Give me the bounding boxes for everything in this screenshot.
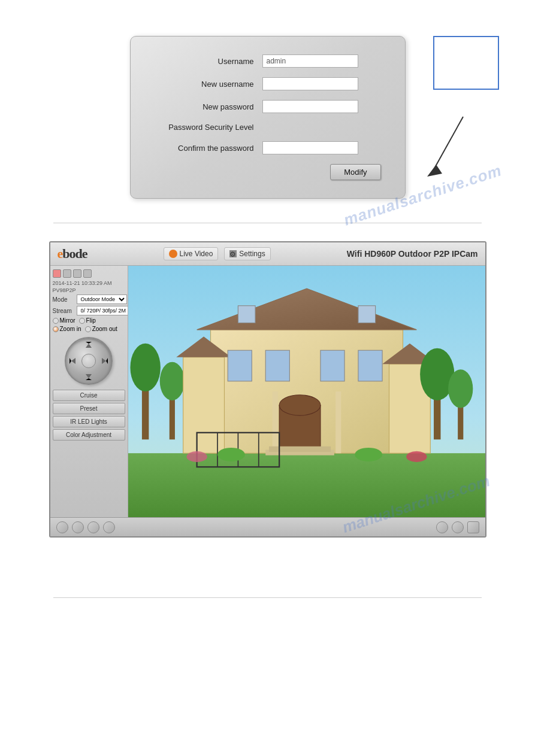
svg-rect-10 <box>183 357 224 453</box>
svg-point-7 <box>159 362 184 400</box>
callout-arrow <box>415 111 475 183</box>
confirm-password-row: Confirm the password <box>149 141 381 154</box>
ipcam-content: 2014-11-21 10:33:29 AM PV98P2P Mode Outd… <box>50 266 485 517</box>
audio-btn[interactable] <box>436 521 448 533</box>
ipcam-product-name: Wifi HD960P Outdoor P2P IPCam <box>347 249 478 259</box>
ptz-center-btn[interactable] <box>81 354 96 368</box>
volume-btn[interactable] <box>452 521 464 533</box>
form-dialog: Username New username New password Passw… <box>130 36 406 199</box>
password-security-label: Password Security Level <box>149 123 262 132</box>
zoom-in-radio[interactable]: Zoom in <box>53 326 81 332</box>
new-password-label: New password <box>149 102 262 111</box>
section-divider-bottom <box>53 597 481 598</box>
zoom-out-label: Zoom out <box>92 326 117 332</box>
svg-rect-16 <box>320 350 344 381</box>
stream-row: Stream 0/ 720P/ 30fps/ 2M <box>53 306 125 315</box>
confirm-password-label: Confirm the password <box>149 144 262 153</box>
live-video-label: Live Video <box>180 250 213 258</box>
ptz-right-arrow[interactable] <box>102 358 108 364</box>
username-input[interactable] <box>262 54 358 68</box>
top-section: Username New username New password Passw… <box>0 0 535 223</box>
svg-rect-19 <box>358 306 375 323</box>
window-controls <box>53 269 125 278</box>
section-divider-top <box>53 223 481 223</box>
callout-box <box>433 36 499 90</box>
mirror-radio[interactable]: Mirror <box>53 317 75 324</box>
svg-point-33 <box>448 369 473 408</box>
ipcam-bottom-controls <box>50 517 485 536</box>
logo-e: e <box>58 246 63 261</box>
mode-label: Mode <box>53 296 74 303</box>
svg-point-34 <box>217 448 245 462</box>
svg-point-5 <box>130 344 160 391</box>
win-grid2-btn[interactable] <box>83 269 92 278</box>
ipcam-titlebar: ebode Live Video ⚙ Settings Wifi HD960P … <box>50 242 485 266</box>
svg-rect-23 <box>335 391 341 453</box>
svg-point-37 <box>186 451 207 462</box>
mirror-label: Mirror <box>60 317 75 324</box>
flip-radio[interactable]: Flip <box>79 317 96 324</box>
ipcam-window: ebode Live Video ⚙ Settings Wifi HD960P … <box>49 241 486 538</box>
svg-point-36 <box>406 451 427 462</box>
ipcam-sidebar: 2014-11-21 10:33:29 AM PV98P2P Mode Outd… <box>50 266 128 517</box>
device-id: PV98P2P <box>53 287 125 293</box>
svg-rect-25 <box>268 447 330 452</box>
record-btn[interactable] <box>87 521 99 533</box>
bottom-controls-left <box>56 521 115 533</box>
svg-rect-22 <box>272 391 277 453</box>
new-username-input[interactable] <box>262 77 358 90</box>
svg-rect-3 <box>128 453 485 517</box>
modify-button[interactable]: Modify <box>330 164 380 180</box>
mirror-flip-row: Mirror Flip <box>53 317 125 324</box>
zoom-row: Zoom in Zoom out <box>53 326 125 332</box>
live-video-icon <box>169 250 177 258</box>
flip-radio-dot <box>79 318 85 324</box>
timestamp: 2014-11-21 10:33:29 AM <box>53 280 125 286</box>
svg-rect-17 <box>358 350 382 381</box>
username-label: Username <box>149 57 262 66</box>
color-adjustment-button[interactable]: Color Adjustment <box>53 429 125 441</box>
ptz-wheel[interactable] <box>65 337 113 385</box>
live-video-btn[interactable]: Live Video <box>164 247 219 260</box>
svg-line-0 <box>433 117 463 171</box>
new-username-row: New username <box>149 77 381 90</box>
video-scene-svg <box>128 266 485 517</box>
ptz-left-arrow[interactable] <box>69 358 75 364</box>
snapshot-btn[interactable] <box>103 521 115 533</box>
win-grid1-btn[interactable] <box>73 269 81 278</box>
win-close-btn[interactable] <box>53 269 61 278</box>
settings-btn[interactable]: ⚙ Settings <box>224 247 270 260</box>
new-password-row: New password <box>149 100 381 113</box>
bottom-section: ebode Live Video ⚙ Settings Wifi HD960P … <box>0 241 535 573</box>
svg-rect-14 <box>228 350 252 381</box>
flip-label: Flip <box>86 317 96 324</box>
new-password-input[interactable] <box>262 100 358 113</box>
ipcam-logo: ebode <box>58 246 87 262</box>
zoom-in-label: Zoom in <box>60 326 81 332</box>
stop-btn[interactable] <box>72 521 84 533</box>
svg-marker-1 <box>427 165 442 177</box>
settings-icon: ⚙ <box>229 250 237 257</box>
play-btn[interactable] <box>56 521 68 533</box>
ptz-down-arrow[interactable] <box>86 374 92 380</box>
win-min-btn[interactable] <box>63 269 71 278</box>
ipcam-nav: Live Video ⚙ Settings <box>164 247 271 260</box>
new-username-label: New username <box>149 80 262 89</box>
mode-select[interactable]: Outdoor Mode Indoor Mode <box>77 294 127 304</box>
svg-rect-15 <box>265 350 289 381</box>
zoom-out-radio-dot <box>85 326 91 332</box>
username-row: Username <box>149 54 381 68</box>
svg-rect-18 <box>238 306 255 323</box>
ir-led-button[interactable]: IR LED Lights <box>53 416 125 427</box>
svg-point-21 <box>279 395 321 415</box>
fullscreen-btn[interactable] <box>467 521 479 533</box>
zoom-in-radio-dot <box>53 326 59 332</box>
stream-select[interactable]: 0/ 720P/ 30fps/ 2M <box>77 306 128 315</box>
preset-button[interactable]: Preset <box>53 403 125 414</box>
zoom-out-radio[interactable]: Zoom out <box>85 326 117 332</box>
stream-label: Stream <box>53 308 74 314</box>
confirm-password-input[interactable] <box>262 141 358 154</box>
cruise-button[interactable]: Cruise <box>53 390 125 401</box>
mirror-radio-dot <box>53 318 59 324</box>
ptz-up-arrow[interactable] <box>86 342 92 348</box>
